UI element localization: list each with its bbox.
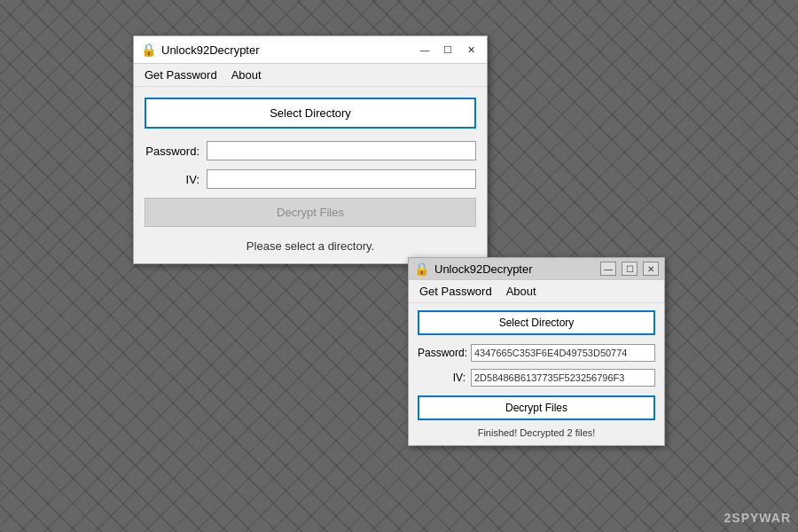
- close-button-big[interactable]: ✕: [462, 42, 480, 58]
- title-text-small: Unlock92Decrypter: [434, 262, 600, 276]
- iv-label-small: IV:: [418, 372, 471, 384]
- iv-input-big[interactable]: [207, 169, 476, 189]
- minimize-button-small[interactable]: —: [600, 262, 616, 276]
- password-row-big: Password:: [145, 141, 476, 160]
- title-text-big: Unlock92Decrypter: [161, 43, 416, 57]
- title-bar-big: 🔒 Unlock92Decrypter — ☐ ✕: [134, 36, 487, 64]
- window-content-small: Select Directory Password: IV: Decrypt F…: [409, 303, 664, 445]
- decrypt-button-small[interactable]: Decrypt Files: [418, 395, 655, 420]
- menu-get-password-small[interactable]: Get Password: [414, 282, 497, 301]
- menu-get-password-big[interactable]: Get Password: [139, 66, 223, 84]
- maximize-button-small[interactable]: ☐: [622, 262, 638, 276]
- status-text-big: Please select a directory.: [145, 239, 476, 253]
- menu-about-small[interactable]: About: [501, 282, 542, 301]
- window-controls-big: — ☐ ✕: [416, 42, 480, 58]
- password-row-small: Password:: [418, 344, 655, 362]
- select-directory-button-small[interactable]: Select Directory: [418, 310, 655, 335]
- close-button-small[interactable]: ✕: [643, 262, 659, 276]
- password-input-small[interactable]: [471, 344, 655, 362]
- menu-about-big[interactable]: About: [226, 66, 267, 84]
- menu-bar-big: Get Password About: [134, 64, 487, 87]
- decrypt-button-big-disabled: Decrypt Files: [145, 198, 476, 227]
- minimize-button-big[interactable]: —: [416, 42, 434, 58]
- iv-input-small[interactable]: [471, 369, 655, 387]
- title-bar-small: 🔒 Unlock92Decrypter — ☐ ✕: [409, 258, 664, 280]
- password-label-big: Password:: [145, 145, 207, 158]
- window-big: 🔒 Unlock92Decrypter — ☐ ✕ Get Password A…: [133, 35, 488, 264]
- password-input-big[interactable]: [207, 141, 476, 160]
- watermark: 2SPYWAR: [724, 511, 791, 525]
- status-text-small: Finished! Decrypted 2 files!: [418, 427, 655, 438]
- select-directory-button-big[interactable]: Select Directory: [145, 98, 476, 129]
- iv-row-big: IV:: [145, 169, 476, 189]
- maximize-button-big[interactable]: ☐: [439, 42, 457, 58]
- iv-row-small: IV:: [418, 369, 655, 387]
- password-label-small: Password:: [418, 347, 471, 359]
- window-controls-small: — ☐ ✕: [600, 262, 659, 276]
- window-small: 🔒 Unlock92Decrypter — ☐ ✕ Get Password A…: [408, 257, 665, 446]
- iv-label-big: IV:: [145, 173, 207, 186]
- window-content-big: Select Directory Password: IV: Decrypt F…: [134, 87, 487, 263]
- lock-icon-big: 🔒: [141, 43, 156, 57]
- menu-bar-small: Get Password About: [409, 280, 664, 303]
- lock-icon-small: 🔒: [414, 262, 429, 276]
